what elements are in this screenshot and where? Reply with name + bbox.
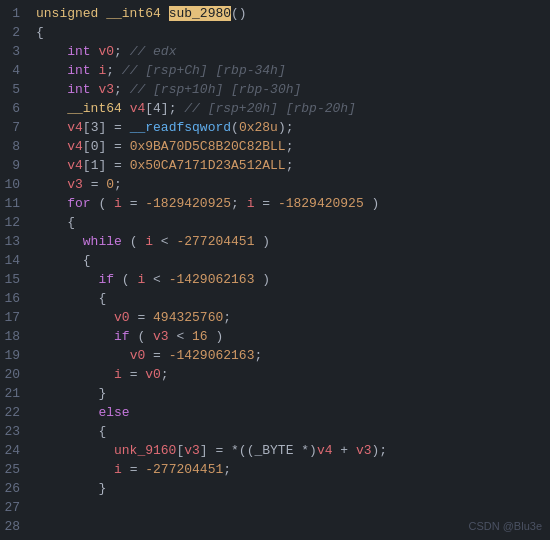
- plain-token: ;: [114, 44, 130, 59]
- plain-token: ;: [114, 177, 122, 192]
- plain-token: =: [255, 196, 278, 211]
- plain-token: <: [153, 234, 176, 249]
- plain-token: {: [36, 291, 106, 306]
- code-container: 1234567891011121314151617181920212223242…: [0, 0, 550, 540]
- plain-token: [36, 348, 130, 363]
- plain-token: =: [83, 177, 106, 192]
- var-token: v4: [130, 101, 146, 116]
- line-number: 22: [4, 403, 20, 422]
- plain-token: (: [122, 234, 145, 249]
- num-token: -1429062163: [169, 272, 255, 287]
- num-token: 0x28u: [239, 120, 278, 135]
- type-token: unsigned: [36, 6, 106, 21]
- plain-token: =: [122, 196, 145, 211]
- comment-token: // edx: [130, 44, 177, 59]
- plain-token: ): [208, 329, 224, 344]
- var-token: i: [114, 367, 122, 382]
- plain-token: [122, 101, 130, 116]
- var-token: v4: [67, 120, 83, 135]
- var-token: v3: [356, 443, 372, 458]
- num-token: -277204451: [145, 462, 223, 477]
- num-token: 0x50CA7171D23A512ALL: [130, 158, 286, 173]
- code-line: if ( v3 < 16 ): [36, 327, 542, 346]
- line-number: 28: [4, 517, 20, 536]
- plain-token: (: [231, 120, 239, 135]
- var-token: v4: [67, 139, 83, 154]
- plain-token: [36, 329, 114, 344]
- code-content[interactable]: unsigned __int64 sub_2980(){ int v0; // …: [28, 0, 550, 540]
- var-token: v0: [130, 348, 146, 363]
- plain-token: =: [145, 348, 168, 363]
- kw-token: int: [67, 82, 90, 97]
- line-number: 23: [4, 422, 20, 441]
- plain-token: [36, 177, 67, 192]
- plain-token: ;: [106, 63, 122, 78]
- line-number: 14: [4, 251, 20, 270]
- plain-token: [1] =: [83, 158, 130, 173]
- code-line: else: [36, 403, 542, 422]
- var-token: i: [114, 196, 122, 211]
- plain-token: }: [36, 481, 106, 496]
- code-line: i = v0;: [36, 365, 542, 384]
- plain-token: {: [36, 25, 44, 40]
- var-token: v3: [153, 329, 169, 344]
- code-line: int v3; // [rsp+10h] [rbp-30h]: [36, 80, 542, 99]
- plain-token: [4];: [145, 101, 184, 116]
- plain-token: ] = *((_BYTE *): [200, 443, 317, 458]
- comment-token: // [rsp+20h] [rbp-20h]: [184, 101, 356, 116]
- num-token: -1829420925: [145, 196, 231, 211]
- line-number: 16: [4, 289, 20, 308]
- plain-token: {: [36, 215, 75, 230]
- plain-token: (): [231, 6, 247, 21]
- line-number: 13: [4, 232, 20, 251]
- code-line: int i; // [rsp+Ch] [rbp-34h]: [36, 61, 542, 80]
- fn-token: __readfsqword: [130, 120, 231, 135]
- var-token: v3: [98, 82, 114, 97]
- comment-token: // [rsp+Ch] [rbp-34h]: [122, 63, 286, 78]
- plain-token: +: [333, 443, 356, 458]
- plain-token: [36, 443, 114, 458]
- plain-token: [36, 139, 67, 154]
- plain-token: ;: [286, 139, 294, 154]
- var-token: v4: [317, 443, 333, 458]
- var-token: i: [114, 462, 122, 477]
- line-number: 19: [4, 346, 20, 365]
- plain-token: ): [254, 272, 270, 287]
- type-token: __int64: [106, 6, 168, 21]
- var-token: i: [145, 234, 153, 249]
- line-number: 11: [4, 194, 20, 213]
- num-token: 0: [106, 177, 114, 192]
- var-token: v4: [67, 158, 83, 173]
- num-token: -1429062163: [169, 348, 255, 363]
- var-token: v0: [145, 367, 161, 382]
- line-number: 1: [4, 4, 20, 23]
- plain-token: [36, 101, 67, 116]
- code-line: v4[1] = 0x50CA7171D23A512ALL;: [36, 156, 542, 175]
- hl-token: sub_2980: [169, 6, 231, 21]
- code-line: v0 = 494325760;: [36, 308, 542, 327]
- num-token: 0x9BA70D5C8B20C82BLL: [130, 139, 286, 154]
- code-line: v3 = 0;: [36, 175, 542, 194]
- code-line: unk_9160[v3] = *((_BYTE *)v4 + v3);: [36, 441, 542, 460]
- code-line: {: [36, 289, 542, 308]
- code-line: int v0; // edx: [36, 42, 542, 61]
- line-number: 7: [4, 118, 20, 137]
- code-line: {: [36, 23, 542, 42]
- plain-token: [36, 234, 83, 249]
- plain-token: {: [36, 424, 106, 439]
- line-number: 5: [4, 80, 20, 99]
- var-token: i: [247, 196, 255, 211]
- line-number: 12: [4, 213, 20, 232]
- kw-token: while: [83, 234, 122, 249]
- line-number: 21: [4, 384, 20, 403]
- plain-token: ;: [286, 158, 294, 173]
- num-token: -277204451: [176, 234, 254, 249]
- line-number: 20: [4, 365, 20, 384]
- line-number: 27: [4, 498, 20, 517]
- plain-token: ): [254, 234, 270, 249]
- plain-token: [36, 63, 67, 78]
- line-number: 3: [4, 42, 20, 61]
- plain-token: [36, 82, 67, 97]
- plain-token: =: [122, 462, 145, 477]
- num-token: 494325760: [153, 310, 223, 325]
